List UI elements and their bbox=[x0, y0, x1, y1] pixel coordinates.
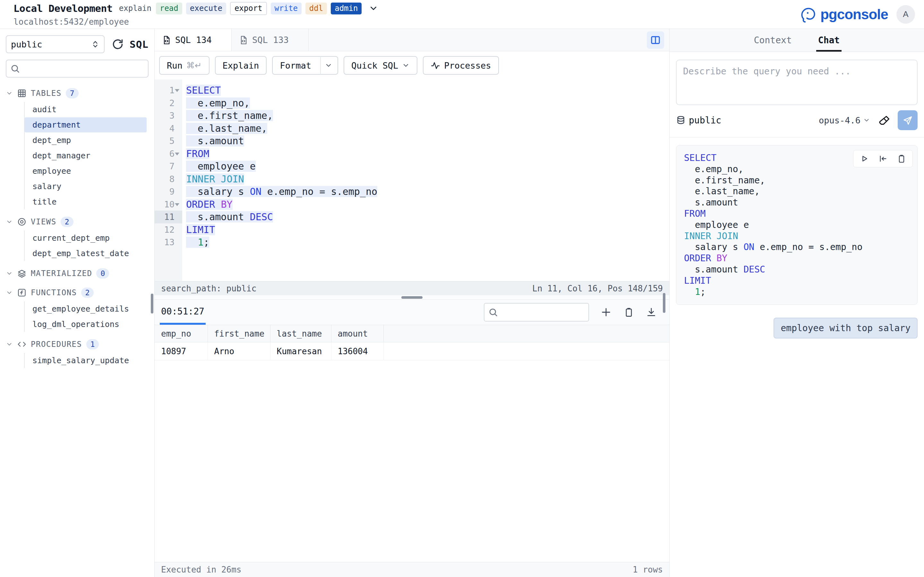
generated-sql-card: SELECT e.emp_no, e.first_name, e.last_na… bbox=[676, 145, 918, 305]
sidebar-item-dept_emp[interactable]: dept_emp bbox=[25, 133, 147, 148]
editor-results-divider bbox=[155, 295, 669, 300]
line-number: 5 bbox=[170, 136, 174, 146]
format-divider bbox=[320, 56, 321, 74]
execution-time: Executed in 26ms bbox=[161, 565, 241, 574]
tree-section-header-functions[interactable]: FUNCTIONS2 bbox=[6, 285, 149, 301]
sql-editor[interactable]: 12345678910111213 SELECT e.emp_no, e.fir… bbox=[155, 79, 669, 281]
editor-statusbar: search_path: public Ln 11, Col 16, Pos 1… bbox=[155, 281, 669, 295]
editor-tab-sql-134[interactable]: SQL 134 bbox=[155, 29, 232, 51]
line-number: 6 bbox=[170, 149, 174, 159]
sidebar-item-title[interactable]: title bbox=[25, 194, 147, 210]
sidebar-item-get_employee_details[interactable]: get_employee_details bbox=[25, 301, 147, 316]
tree-items: get_employee_detailslog_dml_operations bbox=[24, 301, 149, 332]
quick-sql-button[interactable]: Quick SQL bbox=[344, 56, 417, 75]
gutter-line-1: 1 bbox=[155, 84, 182, 97]
clear-chat-button[interactable] bbox=[879, 114, 891, 126]
copy-results-button[interactable] bbox=[624, 307, 634, 318]
fold-caret-icon[interactable] bbox=[174, 152, 180, 155]
tab-context[interactable]: Context bbox=[752, 29, 794, 52]
code-line-7: employee e bbox=[186, 160, 669, 173]
send-button[interactable] bbox=[898, 110, 918, 130]
sidebar-item-dept_manager[interactable]: dept_manager bbox=[25, 148, 147, 163]
column-header-amount[interactable]: amount bbox=[331, 325, 383, 342]
sidebar-search-input[interactable] bbox=[23, 64, 144, 73]
sidebar-item-audit[interactable]: audit bbox=[25, 102, 147, 117]
refresh-icon bbox=[111, 38, 124, 50]
editor-tab-label: SQL 133 bbox=[252, 35, 289, 45]
chevron-down-icon bbox=[863, 117, 870, 124]
sidebar-item-log_dml_operations[interactable]: log_dml_operations bbox=[25, 317, 147, 332]
result-timer-tab[interactable]: 00:51:27 bbox=[160, 300, 206, 325]
code-line-1: SELECT bbox=[186, 84, 669, 97]
sidebar-item-department[interactable]: department bbox=[25, 117, 147, 132]
copy-sql-button[interactable] bbox=[897, 154, 906, 163]
fold-caret-icon[interactable] bbox=[174, 203, 180, 206]
sql-mode-label[interactable]: SQL bbox=[129, 39, 149, 50]
column-header-last_name[interactable]: last_name bbox=[270, 325, 331, 342]
results-footer: Executed in 26ms 1 rows bbox=[155, 562, 669, 577]
schema-select[interactable]: public bbox=[6, 35, 105, 53]
fold-caret-icon bbox=[174, 177, 180, 181]
context-schema-label: public bbox=[689, 115, 721, 126]
line-number: 8 bbox=[170, 174, 174, 184]
assistant-resize-handle[interactable] bbox=[663, 293, 666, 313]
download-results-button[interactable] bbox=[646, 307, 656, 318]
refresh-schema-button[interactable] bbox=[111, 38, 124, 50]
sidebar-resize-handle[interactable] bbox=[151, 293, 153, 314]
code-line-text: 1; bbox=[186, 237, 209, 248]
table-cell: 136004 bbox=[331, 342, 383, 360]
add-row-button[interactable] bbox=[601, 307, 612, 318]
explain-button[interactable]: Explain bbox=[215, 56, 267, 75]
tree-section-header-materialized[interactable]: MATERIALIZED0 bbox=[6, 266, 149, 282]
model-select[interactable]: opus-4.6 bbox=[819, 115, 870, 125]
processes-button[interactable]: Processes bbox=[423, 56, 499, 75]
line-number: 2 bbox=[170, 98, 174, 108]
sidebar-item-employee[interactable]: employee bbox=[25, 163, 147, 179]
line-number: 11 bbox=[164, 212, 174, 222]
chevron-down-icon[interactable] bbox=[325, 61, 333, 69]
column-header-emp_no[interactable]: emp_no bbox=[155, 325, 208, 342]
code-line-2: e.emp_no, bbox=[186, 97, 669, 110]
run-generated-sql-button[interactable] bbox=[860, 154, 869, 163]
insert-to-editor-button[interactable] bbox=[879, 154, 887, 163]
plus-icon bbox=[601, 307, 612, 318]
context-schema: public bbox=[676, 115, 721, 126]
editor-tab-sql-133[interactable]: SQL 133 bbox=[232, 29, 309, 51]
editor-code[interactable]: SELECT e.emp_no, e.first_name, e.last_na… bbox=[182, 79, 669, 281]
results-search bbox=[484, 303, 589, 322]
tab-chat[interactable]: Chat bbox=[816, 29, 842, 52]
run-button[interactable]: Run ⌘↵ bbox=[159, 56, 210, 75]
tree-section-header-tables[interactable]: TABLES7 bbox=[6, 85, 149, 101]
resize-handle[interactable] bbox=[401, 296, 423, 299]
schema-tree: TABLES7auditdepartmentdept_empdept_manag… bbox=[6, 85, 149, 368]
query-workspace: SQL 134SQL 133 Run ⌘↵ Explain Format bbox=[155, 29, 669, 577]
column-header-first_name[interactable]: first_name bbox=[208, 325, 270, 342]
sidebar-item-current_dept_emp[interactable]: current_dept_emp bbox=[25, 230, 147, 245]
fold-caret-icon[interactable] bbox=[174, 89, 180, 92]
tree-section-header-views[interactable]: VIEWS2 bbox=[6, 214, 149, 230]
permission-badge-admin: admin bbox=[331, 3, 362, 14]
gutter-line-12: 12 bbox=[155, 223, 182, 236]
table-cell: Arno bbox=[208, 342, 270, 360]
split-view-button[interactable] bbox=[647, 31, 664, 49]
results-toolbar: 00:51:27 bbox=[155, 300, 669, 325]
tree-section-views: VIEWS2current_dept_empdept_emp_latest_da… bbox=[6, 214, 149, 261]
format-button[interactable]: Format bbox=[272, 56, 338, 75]
permission-badge-explain: explain bbox=[118, 3, 152, 14]
sidebar-item-simple_salary_update[interactable]: simple_salary_update bbox=[25, 353, 147, 368]
tree-section-header-procedures[interactable]: PROCEDURES1 bbox=[6, 336, 149, 352]
code-line-text: s.amount DESC bbox=[186, 211, 273, 222]
gutter-line-11: 11 bbox=[155, 211, 182, 223]
gutter-line-4: 4 bbox=[155, 122, 182, 135]
query-description-input[interactable] bbox=[676, 60, 918, 105]
pgconsole-logo-icon bbox=[800, 5, 818, 23]
table-row[interactable]: 10897ArnoKumaresan136004 bbox=[155, 342, 669, 360]
sidebar-item-dept_emp_latest_date[interactable]: dept_emp_latest_date bbox=[25, 246, 147, 261]
chevron-down-icon[interactable] bbox=[368, 3, 378, 13]
gutter-line-5: 5 bbox=[155, 135, 182, 147]
results-search-input[interactable] bbox=[501, 308, 609, 317]
tree-section-label: TABLES bbox=[31, 89, 61, 98]
code-line-12: LIMIT bbox=[186, 223, 669, 236]
avatar[interactable]: A bbox=[897, 5, 915, 24]
sidebar-item-salary[interactable]: salary bbox=[25, 179, 147, 194]
